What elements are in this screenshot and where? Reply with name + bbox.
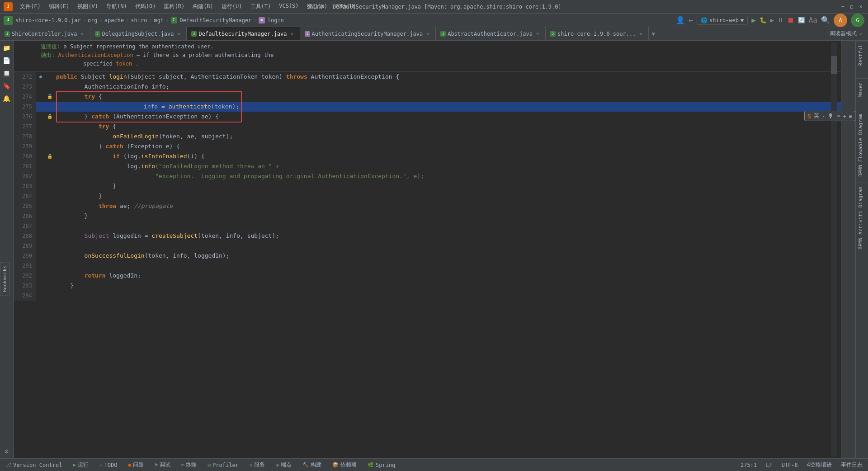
close-button[interactable]: × xyxy=(857,3,864,10)
status-version-control[interactable]: ⎇ Version Control xyxy=(4,461,64,469)
menu-view[interactable]: 视图(V) xyxy=(74,2,102,11)
tab-shiro-core-source[interactable]: J shiro-core-1.9.0-sour... × xyxy=(546,27,649,40)
menu-tools[interactable]: 工具(T) xyxy=(247,2,275,11)
gutter-bookmark-276[interactable]: 🔒 xyxy=(45,112,54,122)
sogou-keyboard[interactable]: ⌨ xyxy=(837,113,840,119)
gutter-bookmark-290[interactable] xyxy=(45,251,54,261)
stop-button[interactable]: ⏹ xyxy=(787,16,794,24)
minimize-button[interactable]: − xyxy=(839,3,846,10)
back-button[interactable]: ← xyxy=(689,16,693,24)
gutter-bookmark-279[interactable] xyxy=(45,141,54,151)
maximize-button[interactable]: □ xyxy=(848,3,855,10)
gutter-bookmark-293[interactable] xyxy=(45,281,54,291)
run-config-selector[interactable]: 🌐 shiro-web ▼ xyxy=(697,16,748,25)
translate-icon[interactable]: Aa xyxy=(809,16,817,24)
sogou-en[interactable]: 英 xyxy=(814,112,819,120)
gutter-icon-280[interactable] xyxy=(36,151,45,161)
status-indent[interactable]: 4空格缩进 xyxy=(805,460,834,470)
menu-navigate[interactable]: 导航(N) xyxy=(103,2,131,11)
tab-abstract-authenticator[interactable]: J AbstractAuthenticator.java × xyxy=(436,27,546,40)
menu-run[interactable]: 运行(U) xyxy=(218,2,246,11)
sidebar-icon-project[interactable]: 📁 xyxy=(1,42,12,53)
debug-button[interactable]: 🐛 xyxy=(760,17,767,24)
status-services[interactable]: ⚙ 服务 xyxy=(248,460,267,470)
gutter-icon-285[interactable] xyxy=(36,201,45,211)
breadcrumb-apache[interactable]: apache xyxy=(104,17,124,24)
breadcrumb-org[interactable]: org xyxy=(88,17,98,24)
status-event-log[interactable]: 事件日志 xyxy=(839,460,864,470)
status-build[interactable]: 🔨 构建 xyxy=(301,460,323,470)
bpmn-flowable-panel[interactable]: BPMN-Flowable-Diagram xyxy=(856,110,868,180)
search-button[interactable]: 🔍 xyxy=(821,16,830,24)
status-problems[interactable]: ● 问题 xyxy=(127,460,146,470)
gutter-icon-272[interactable]: ● xyxy=(36,72,45,82)
gutter-bookmark-289[interactable] xyxy=(45,241,54,251)
breadcrumb-method[interactable]: login xyxy=(268,17,284,24)
sogou-plane[interactable]: ✈ xyxy=(843,113,846,119)
gutter-icon-290[interactable] xyxy=(36,251,45,261)
tab-close5[interactable]: × xyxy=(534,31,541,37)
sidebar-icon-file[interactable]: 📄 xyxy=(1,55,12,66)
update-button[interactable]: 🔄 xyxy=(798,17,805,24)
gutter-bookmark-275[interactable] xyxy=(45,102,54,112)
gutter-bookmark-284[interactable] xyxy=(45,191,54,201)
tab-delegating-subject[interactable]: J DelegatingSubject.java × xyxy=(90,27,187,40)
status-line-ending[interactable]: LF xyxy=(764,461,774,469)
menu-file[interactable]: 文件(F) xyxy=(16,2,44,11)
gutter-icon-292[interactable] xyxy=(36,271,45,281)
gutter-bookmark-294[interactable] xyxy=(45,291,54,301)
gutter-icon-281[interactable] xyxy=(36,161,45,171)
avatar2[interactable]: G xyxy=(851,14,864,27)
bpmn-activiti-panel[interactable]: BPMN-Activiti-Diagram xyxy=(856,183,868,253)
user-icon[interactable]: 👤 xyxy=(676,16,685,24)
sidebar-icon-notifications[interactable]: 🔔 xyxy=(1,93,12,104)
sidebar-icon-structure[interactable]: 🔲 xyxy=(1,68,12,79)
status-dependencies[interactable]: 📦 依赖项 xyxy=(330,460,359,470)
gutter-bookmark-285[interactable] xyxy=(45,201,54,211)
tabs-overflow-button[interactable]: ▼ xyxy=(649,27,657,40)
project-icon[interactable]: J xyxy=(4,16,13,25)
menu-vcs[interactable]: VCS(S) xyxy=(275,2,302,11)
menu-edit[interactable]: 编辑(E) xyxy=(45,2,73,11)
restful-panel[interactable]: Restful xyxy=(856,41,868,69)
gutter-icon-276[interactable] xyxy=(36,112,45,122)
menu-refactor[interactable]: 重构(R) xyxy=(160,2,188,11)
status-terminal[interactable]: ▭ 终端 xyxy=(179,460,199,470)
gutter-bookmark-277[interactable] xyxy=(45,122,54,132)
gutter-bookmark-274[interactable]: 🔒 xyxy=(45,92,54,102)
gutter-icon-277[interactable] xyxy=(36,122,45,132)
gutter-bookmark-281[interactable] xyxy=(45,161,54,171)
gutter-bookmark-287[interactable] xyxy=(45,221,54,231)
bookmarks-panel[interactable]: Bookmarks xyxy=(0,262,9,296)
status-endpoints[interactable]: ◈ 端点 xyxy=(274,460,293,470)
gutter-icon-287[interactable] xyxy=(36,221,45,231)
gutter-icon-274[interactable] xyxy=(36,92,45,102)
gutter-icon-288[interactable] xyxy=(36,231,45,241)
gutter-icon-275[interactable] xyxy=(36,102,45,112)
status-encoding[interactable]: UTF-8 xyxy=(780,461,800,469)
status-profiler[interactable]: ◎ Profiler xyxy=(206,461,240,469)
gutter-icon-278[interactable] xyxy=(36,132,45,141)
status-spring[interactable]: 🌿 Spring xyxy=(366,461,397,469)
tab-close6[interactable]: × xyxy=(637,31,644,37)
gutter-bookmark-292[interactable] xyxy=(45,271,54,281)
status-position[interactable]: 275:1 xyxy=(739,461,759,469)
gutter-icon-282[interactable] xyxy=(36,171,45,181)
sidebar-icon-bookmarks[interactable]: 🔖 xyxy=(1,80,12,91)
breadcrumb-shiro[interactable]: shiro xyxy=(131,17,147,24)
gutter-bookmark-273[interactable] xyxy=(45,82,54,92)
coverage-button[interactable]: ▶ xyxy=(770,17,774,24)
gutter-bookmark-286[interactable] xyxy=(45,211,54,221)
gutter-icon-293[interactable] xyxy=(36,281,45,291)
status-debug[interactable]: ⚑ 调试 xyxy=(153,460,172,470)
breadcrumb-class[interactable]: DefaultSecurityManager xyxy=(180,17,252,24)
tab-close4[interactable]: × xyxy=(425,31,431,37)
sogou-mic[interactable]: 🎙 xyxy=(828,113,834,120)
gutter-bookmark-291[interactable] xyxy=(45,261,54,271)
gutter-icon-279[interactable] xyxy=(36,141,45,151)
sogou-grid[interactable]: ⊞ xyxy=(849,113,852,119)
gutter-icon-273[interactable] xyxy=(36,82,45,92)
tab-close[interactable]: × xyxy=(79,31,85,37)
gutter-bookmark-282[interactable] xyxy=(45,171,54,181)
gutter-icon-289[interactable] xyxy=(36,241,45,251)
